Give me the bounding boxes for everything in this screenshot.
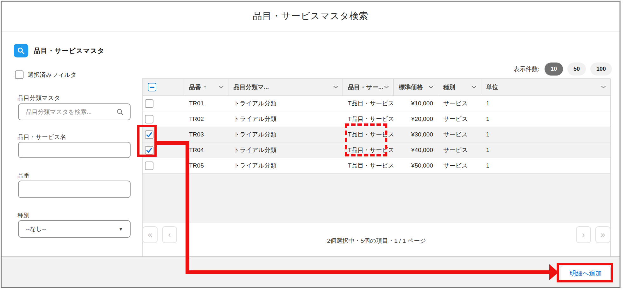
header-price[interactable]: 標準価格 xyxy=(394,79,438,96)
table-row[interactable]: TR01 トライアル分類 T品目・サービス1 ¥10,000 サービス 1 xyxy=(143,96,610,111)
first-page-button[interactable]: « xyxy=(143,226,158,243)
item-code-input[interactable] xyxy=(18,181,131,198)
page-size-100[interactable]: 100 xyxy=(590,63,612,76)
chevron-down-icon[interactable] xyxy=(471,86,476,89)
last-page-button[interactable]: » xyxy=(595,226,610,243)
dialog-title: 品目・サービスマスタ検索 xyxy=(253,10,368,23)
cell-category: トライアル分類 xyxy=(228,99,343,108)
type-select-value: --なし-- xyxy=(26,225,46,233)
type-select[interactable]: --なし-- ▼ xyxy=(18,220,131,238)
page-size-label: 表示件数: xyxy=(514,65,539,73)
selected-filter-checkbox[interactable] xyxy=(15,70,24,79)
dialog-title-bar: 品目・サービスマスタ検索 xyxy=(2,2,620,31)
row-checkbox-cell xyxy=(143,130,184,139)
item-code-label: 品番 xyxy=(17,172,30,180)
category-label: 品目分類マスタ xyxy=(17,94,60,102)
row-checkbox[interactable] xyxy=(145,99,153,108)
cell-type: サービス xyxy=(438,115,481,123)
chevron-down-icon[interactable] xyxy=(219,86,224,89)
dialog-footer: 明細へ追加 xyxy=(2,257,620,287)
header-service-name[interactable]: 品目・サー... xyxy=(343,79,394,96)
cell-category: トライアル分類 xyxy=(228,130,343,139)
page-size-50[interactable]: 50 xyxy=(567,63,586,76)
cell-category: トライアル分類 xyxy=(228,146,343,154)
page-size-10[interactable]: 10 xyxy=(545,63,563,76)
check-icon xyxy=(146,132,152,137)
cell-type: サービス xyxy=(438,162,481,170)
cell-service-name: T品目・サービス4 xyxy=(343,146,394,154)
table-row[interactable]: TR04 トライアル分類 T品目・サービス4 ¥40,000 サービス 1 xyxy=(143,142,610,158)
add-to-details-button[interactable]: 明細へ追加 xyxy=(561,266,611,281)
row-checkbox-cell xyxy=(143,146,184,155)
cell-category: トライアル分類 xyxy=(228,115,343,123)
table-row[interactable]: TR02 トライアル分類 T品目・サービス2 ¥20,000 サービス 1 xyxy=(143,111,610,127)
title-divider xyxy=(2,31,620,31)
cell-price: ¥20,000 xyxy=(394,116,438,122)
cell-service-name: T品目・サービス1 xyxy=(343,99,394,108)
selected-filter-label: 選択済みフィルタ xyxy=(28,71,77,79)
cell-item-code: TR05 xyxy=(184,162,228,169)
category-search-input[interactable] xyxy=(18,103,131,120)
type-label: 種別 xyxy=(17,211,30,220)
select-all-checkbox[interactable] xyxy=(148,83,156,91)
prev-page-button[interactable]: ‹ xyxy=(162,226,177,243)
cell-service-name: T品目・サービス2 xyxy=(343,115,394,123)
header-item-code[interactable]: 品番 ↑ xyxy=(184,79,228,96)
indeterminate-minus-icon xyxy=(150,87,154,88)
chevron-down-icon[interactable] xyxy=(384,86,389,89)
chevron-down-icon[interactable] xyxy=(333,86,338,89)
header-category[interactable]: 品目分類マ... xyxy=(228,79,343,96)
header-select-all-cell[interactable] xyxy=(143,79,184,96)
check-icon xyxy=(146,148,152,153)
cell-unit: 1 xyxy=(481,116,610,122)
cell-price: ¥30,000 xyxy=(394,131,438,138)
cell-unit: 1 xyxy=(481,131,610,138)
cell-unit: 1 xyxy=(481,147,610,154)
cell-item-code: TR01 xyxy=(184,100,228,107)
chevron-down-icon[interactable] xyxy=(601,86,606,89)
cell-price: ¥10,000 xyxy=(394,100,438,107)
pagination-status: 2個選択中・5個の項目・1 / 1 ページ xyxy=(327,237,426,245)
pagination-right-buttons: › » xyxy=(576,226,610,243)
search-object-icon xyxy=(14,44,28,57)
cell-price: ¥40,000 xyxy=(394,147,438,154)
row-checkbox[interactable] xyxy=(145,115,153,123)
search-icon xyxy=(17,47,25,55)
category-search-icon[interactable] xyxy=(116,108,124,116)
header-unit[interactable]: 単位 xyxy=(481,79,610,96)
next-page-button[interactable]: › xyxy=(576,226,591,243)
cell-type: サービス xyxy=(438,130,481,139)
service-name-input[interactable] xyxy=(18,142,131,158)
cell-service-name: T品目・サービス5 xyxy=(343,162,394,170)
screen: 品目・サービスマスタ検索 品目・サービスマスタ 選択済みフィルタ 品目分類マスタ… xyxy=(0,0,644,291)
cell-price: ¥50,000 xyxy=(394,162,438,169)
row-checkbox-cell xyxy=(143,162,184,170)
cell-type: サービス xyxy=(438,99,481,108)
cell-category: トライアル分類 xyxy=(228,162,343,170)
chevron-down-icon[interactable] xyxy=(429,86,433,89)
pagination-left-buttons: « ‹ xyxy=(143,226,177,243)
cell-service-name: T品目・サービス3 xyxy=(343,130,394,139)
results-table: 品番 ↑ 品目分類マ... 品目・サー... 標準価格 xyxy=(142,78,611,259)
table-row[interactable]: TR05 トライアル分類 T品目・サービス5 ¥50,000 サービス 1 xyxy=(143,158,610,174)
dropdown-triangle-icon: ▼ xyxy=(119,227,123,232)
page-size-control: 表示件数: 10 50 100 xyxy=(514,63,612,76)
selected-filter-toggle[interactable]: 選択済みフィルタ xyxy=(15,70,77,79)
header-type[interactable]: 種別 xyxy=(438,79,481,96)
row-checkbox[interactable] xyxy=(145,146,153,155)
cell-type: サービス xyxy=(438,146,481,154)
panel-heading: 品目・サービスマスタ xyxy=(34,44,105,57)
table-body: TR01 トライアル分類 T品目・サービス1 ¥10,000 サービス 1 TR… xyxy=(143,96,610,174)
table-header-row: 品番 ↑ 品目分類マ... 品目・サー... 標準価格 xyxy=(143,78,610,96)
pagination-bar: « ‹ 2個選択中・5個の項目・1 / 1 ページ › » xyxy=(143,223,610,259)
sort-asc-icon: ↑ xyxy=(204,84,207,90)
service-name-label: 品目・サービス名 xyxy=(17,133,66,141)
cell-item-code: TR03 xyxy=(184,131,228,138)
cell-unit: 1 xyxy=(481,162,610,169)
cell-unit: 1 xyxy=(481,100,610,107)
cell-item-code: TR04 xyxy=(184,147,228,154)
row-checkbox[interactable] xyxy=(145,162,153,170)
cell-item-code: TR02 xyxy=(184,116,228,122)
table-row[interactable]: TR03 トライアル分類 T品目・サービス3 ¥30,000 サービス 1 xyxy=(143,127,610,142)
row-checkbox[interactable] xyxy=(145,130,153,139)
